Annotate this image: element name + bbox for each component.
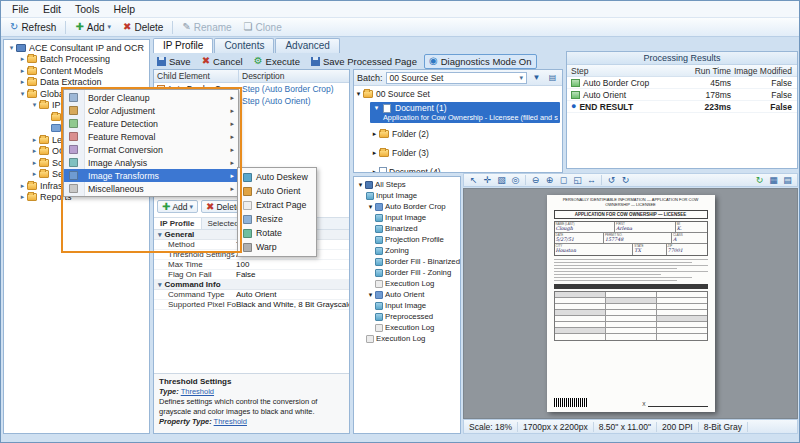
expander-icon[interactable]: ▸ [30,136,39,144]
expander-icon[interactable]: ▸ [18,55,27,63]
submenu-item-auto-deskew[interactable]: Auto Deskew [238,170,316,184]
batch-item-document-1[interactable]: ▾Document (1) Application for Cow Owners… [370,102,560,123]
rotate-ccw-icon[interactable]: ↺ [605,174,618,186]
menu-tools[interactable]: Tools [68,2,107,16]
sidebar-item-data-extraction[interactable]: ▸Data Extraction [4,77,149,89]
rename-button[interactable]: ✎Rename [177,21,236,34]
steps-item-input-image[interactable]: Input Image [354,212,460,223]
property-section-command-info[interactable]: ▾Command Info [154,280,349,290]
fit-page-icon[interactable]: ◱ [571,174,584,186]
tab-contents[interactable]: Contents [214,38,274,53]
column-step[interactable]: Step [567,66,685,76]
pan-icon[interactable]: ✛ [481,174,494,186]
actual-size-icon[interactable]: ◻ [557,174,570,186]
steps-item-zoning[interactable]: Zoning [354,245,460,256]
property-row[interactable]: Command TypeAuto Orient [154,290,349,300]
zoom-select-icon[interactable]: ▧ [495,174,508,186]
property-type-link[interactable]: Threshold [214,417,247,426]
expander-icon[interactable]: ▸ [18,67,27,75]
steps-item-execution-log[interactable]: Execution Log [354,278,460,289]
expander-icon[interactable]: ▾ [366,203,375,211]
expander-icon[interactable]: ▸ [18,78,27,86]
save-button[interactable]: Save [153,55,195,68]
expander-icon[interactable]: ▸ [30,170,39,178]
result-row-auto-border-crop[interactable]: Auto Border Crop 45ms False [567,77,797,89]
batch-item-folder-2[interactable]: ▸Folder (2) [354,124,562,143]
expander-icon[interactable]: ▾ [356,181,365,189]
batch-page-icon[interactable]: ▤ [546,73,559,82]
execute-button[interactable]: ⚙Execute [250,55,304,68]
submenu-item-resize[interactable]: Resize [238,212,316,226]
column-child-element[interactable]: Child Element [154,70,239,82]
type-link[interactable]: Threshold [181,387,214,396]
column-run-time[interactable]: Run Time [685,66,731,76]
steps-item-execution-log[interactable]: Execution Log [354,333,460,344]
expander-icon[interactable]: ▸ [370,130,379,138]
expander-icon[interactable]: ▸ [18,182,27,190]
menu-help[interactable]: Help [107,2,143,16]
steps-item-input-image[interactable]: Input Image [354,300,460,311]
submenu-item-warp[interactable]: Warp [238,240,316,254]
expander-icon[interactable]: ▸ [30,159,39,167]
submenu-item-auto-orient[interactable]: Auto Orient [238,184,316,198]
thumbnails-icon[interactable]: ▦ [767,174,780,186]
property-tab-ip-profile[interactable]: IP Profile [154,218,202,229]
column-description[interactable]: Description [239,71,285,81]
expander-icon[interactable]: ▾ [18,90,27,98]
rotate-cw-icon[interactable]: ↻ [619,174,632,186]
image-viewer[interactable]: PERSONALLY IDENTIFIABLE INFORMATION — AP… [463,188,798,419]
submenu-item-rotate[interactable]: Rotate [238,226,316,240]
property-row[interactable]: Max Time100 [154,260,349,270]
expander-icon[interactable]: ▾ [372,104,381,112]
steps-item-auto-border-crop[interactable]: ▾Auto Border Crop [354,201,460,212]
batch-select[interactable]: 00 Source Set▾ [386,72,527,84]
steps-item-border-fill-zoning[interactable]: Border Fill - Zoning [354,267,460,278]
submenu-item-extract-page[interactable]: Extract Page [238,198,316,212]
refresh-button[interactable]: ↻Refresh [5,21,61,34]
clone-button[interactable]: ❏Clone [239,21,287,34]
menu-item-image-transforms[interactable]: Image Transforms▸ [64,169,238,182]
zoom-out-icon[interactable]: ⊖ [529,174,542,186]
fit-width-icon[interactable]: ↔ [585,174,598,186]
magnifier-icon[interactable]: ◎ [509,174,522,186]
diagnostics-mode-toggle[interactable]: ◉Diagnostics Mode On [424,54,537,69]
batch-root-item[interactable]: ▾00 Source Set [354,87,562,101]
property-row[interactable]: Supported Pixel FormatsBlack and White, … [154,300,349,310]
menu-item-feature-removal[interactable]: Feature Removal▸ [64,130,238,143]
cancel-button[interactable]: ✖Cancel [198,55,247,68]
save-processed-page-button[interactable]: Save Processed Page [307,55,421,68]
steps-item-binarized[interactable]: Binarized [354,223,460,234]
expander-icon[interactable]: ▾ [7,44,16,52]
add-step-button[interactable]: ✚Add▾ [157,200,198,213]
column-image-modified[interactable]: Image Modified [731,66,797,76]
result-row-auto-orient[interactable]: Auto Orient 178ms False [567,89,797,101]
batch-item-folder-3[interactable]: ▸Folder (3) [354,143,562,162]
refresh-view-icon[interactable]: ↻ [753,174,766,186]
menu-file[interactable]: File [5,2,36,16]
expander-icon[interactable]: ▸ [30,147,39,155]
steps-item-input-image[interactable]: Input Image [354,190,460,201]
pointer-icon[interactable]: ↖ [467,174,480,186]
expander-icon[interactable]: ▸ [370,149,379,157]
zoom-in-icon[interactable]: ⊕ [543,174,556,186]
tab-advanced[interactable]: Advanced [275,38,339,53]
details-icon[interactable]: ▤ [781,174,794,186]
menu-item-border-cleanup[interactable]: Border Cleanup▸ [64,91,238,104]
result-row-end-result[interactable]: ●END RESULT 223ms False [567,101,797,113]
expander-icon[interactable]: ▸ [18,193,27,201]
steps-item-border-fill-binarized[interactable]: Border Fill - Binarized [354,256,460,267]
batch-item-document-4[interactable]: ▸Document (4) [354,162,562,173]
sidebar-item-content-models[interactable]: ▸Content Models [4,65,149,77]
steps-item-auto-orient[interactable]: ▾Auto Orient [354,289,460,300]
property-value[interactable]: Black and White, 8 Bit Grayscale [236,300,349,309]
expander-icon[interactable]: ▾ [30,101,39,109]
steps-item-execution-log[interactable]: Execution Log [354,322,460,333]
steps-item-preprocessed[interactable]: Preprocessed [354,311,460,322]
batch-filter-icon[interactable]: ▼ [530,73,543,82]
all-steps-root[interactable]: ▾All Steps [354,179,460,190]
property-row[interactable]: Flag On FailFalse [154,270,349,280]
expander-icon[interactable]: ▸ [370,168,379,174]
add-button[interactable]: ✚Add▾ [70,21,116,34]
sidebar-item-batch-processing[interactable]: ▸Batch Processing [4,54,149,66]
expander-icon[interactable]: ▾ [354,90,363,98]
